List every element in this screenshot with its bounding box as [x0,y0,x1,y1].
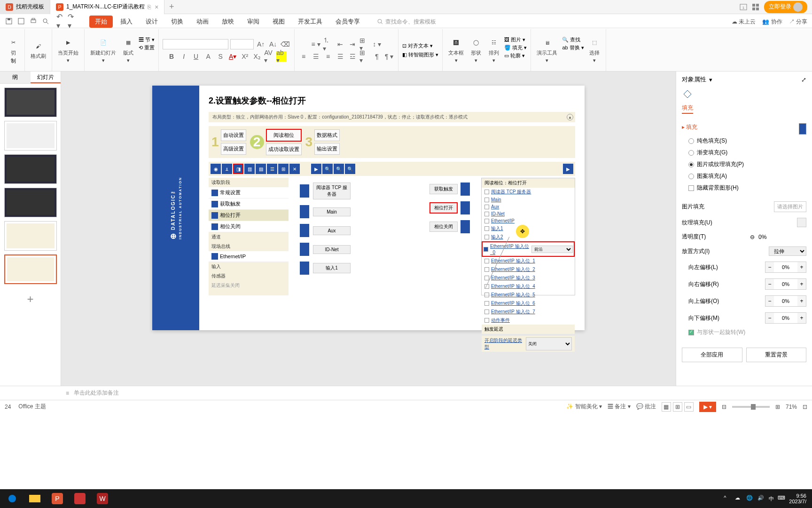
highlight-button[interactable]: ab ▾ [276,51,287,62]
view-reading-button[interactable]: ▭ [684,402,694,412]
task-app1[interactable] [70,490,90,507]
slide-thumb-5[interactable] [4,221,57,251]
zoom-value[interactable]: 71% [786,404,797,410]
align-text-button[interactable]: ⊡ 对齐文本 ▾ [402,42,438,49]
inc-button[interactable]: + [797,313,806,323]
ltr-button[interactable]: ¶ [372,51,382,62]
zoom-out-button[interactable]: ⊟ [722,404,726,410]
keyboard-icon[interactable]: ⌨ [778,495,785,502]
mid-item-input1[interactable]: 输入1 [300,262,351,275]
slide-thumb-6[interactable] [4,254,57,284]
ib-icon-5[interactable]: ▤ [256,164,266,174]
mid-right-trigger[interactable]: 获取触发 [429,183,470,196]
slider-dec[interactable]: ⊖ [750,234,755,240]
rp-item-eip6[interactable]: Ethernet/IP 输入位_6 [482,299,575,308]
radio-solid[interactable]: 纯色填充(S) [682,135,806,147]
rp-item-eip4[interactable]: Ethernet/IP 输入位_4 [482,282,575,291]
cut-button[interactable]: ✂切 [6,36,21,57]
step-success-btn[interactable]: 成功读取设置 [266,143,302,155]
columns-button[interactable]: ⊞ ▾ [359,51,370,62]
rp-item-tcp[interactable]: 阅读器 TCP 服务器 [482,188,575,196]
add-slide-button[interactable]: + [0,288,61,310]
rp-item-eip5[interactable]: Ethernet/IP 输入位_5 [482,291,575,299]
checkbox[interactable] [484,190,489,194]
grid-icon[interactable] [752,3,759,11]
rp-item-eip7[interactable]: Ethernet/IP 输入位_7 [482,308,575,316]
mid-item-main[interactable]: Main [300,205,351,218]
ib-icon-7[interactable]: ⊞ [278,164,289,174]
fill-button[interactable]: 🪣 填充 ▾ [504,44,527,51]
copy-button[interactable]: 制 [11,57,16,64]
task-explorer[interactable] [24,490,45,507]
shadow-button[interactable]: S [215,51,226,62]
lp-item-eip[interactable]: Ethernet/IP [209,251,289,262]
check-rotate[interactable]: 与形状一起旋转(W) [682,326,806,338]
view-sorter-button[interactable]: ⊞ [673,402,682,412]
mid-item-tcp[interactable]: 阅读器 TCP 服务器 [300,183,351,199]
network-icon[interactable]: 🌐 [746,495,754,502]
print-icon[interactable] [29,17,38,25]
rp-item-aux[interactable]: Aux [482,203,575,210]
checkbox-checked[interactable] [484,247,488,252]
comments-button[interactable]: 💬 批注 [636,403,656,411]
rp-item-eip3[interactable]: Ethernet/IP 输入位_3 [482,274,575,282]
volume-icon[interactable]: 🔊 [757,495,765,502]
tab-animation[interactable]: 动画 [191,16,214,28]
close-icon[interactable]: × [155,3,158,11]
distribute-button[interactable]: ☲ [347,51,358,62]
scroll-up-icon[interactable]: ▲ [567,114,573,120]
radio-pattern[interactable]: 图案填充(A) [682,170,806,182]
tab-slides[interactable]: 幻灯片 [31,71,61,83]
checkbox[interactable] [484,205,489,209]
tab-insert[interactable]: 插入 [115,16,138,28]
rp-delay-type-link[interactable]: 开启阶段的延迟类型 [484,337,526,350]
mid-right-open[interactable]: 相位打开 [429,201,470,214]
ib-icon-2[interactable]: ⫫ [222,164,232,174]
ib-icon-6[interactable]: ☰ [267,164,277,174]
align-left-button[interactable]: ≡ [298,51,309,62]
align-right-button[interactable]: ≡ [323,51,333,62]
strike-button[interactable]: A [203,51,213,62]
share-button[interactable]: ↗ 分享 [789,18,807,26]
collab-button[interactable]: 👥 协作 [762,18,782,26]
rp-item-main[interactable]: Main [482,196,575,203]
canvas[interactable]: ⊕ DATALOGIC™INDUSTRIAL AUTOMATION 2.设置触发… [61,71,676,386]
smart-graphic-button[interactable]: ◧ 转智能图形 ▾ [402,51,438,58]
indent-inc-button[interactable]: ⇥ [347,39,358,49]
lp-item-phase-close[interactable]: 相位关闭 [209,221,289,232]
slide-thumb-2[interactable] [4,121,57,151]
font-select[interactable] [163,39,228,49]
task-wps[interactable]: P [47,490,68,507]
rtl-button[interactable]: ¶ ▾ [384,51,394,62]
step-read-phase-btn[interactable]: 阅读相位 [266,129,302,142]
tab-review[interactable]: 审阅 [242,16,265,28]
offset-down-spinner[interactable]: −0%+ [765,312,806,324]
save-icon[interactable] [5,17,13,25]
tab-vip[interactable]: 会员专享 [330,16,366,28]
select-button[interactable]: ⬚选择 ▾ [587,36,602,64]
shrink-font-icon[interactable]: A↓ [268,39,278,49]
lp-item-phase-open[interactable]: 相位打开 [209,210,289,221]
notes-button[interactable]: ☰ 备注 ▾ [608,403,631,411]
tab-design[interactable]: 设计 [140,16,164,28]
checkbox[interactable] [484,318,489,323]
char-space-button[interactable]: AV ▾ [264,51,274,62]
rp-item-eip[interactable]: Ethernet/IP [482,217,575,224]
checkbox[interactable] [484,293,489,297]
cloud-tray-icon[interactable]: ☁ [735,495,742,502]
present-button[interactable]: 🖥演示工具 ▾ [535,36,559,64]
radio-gradient[interactable]: 渐变填充(G) [682,147,806,159]
bold-button[interactable]: B [166,51,177,62]
ib-zoom-icon-2[interactable]: 🔍 [322,164,333,174]
replace-button[interactable]: ab 替换 ▾ [562,44,584,51]
apply-all-button[interactable]: 全部应用 [682,348,742,362]
inc-button[interactable]: + [797,262,806,272]
ib-play-icon[interactable]: ▶ [563,164,573,174]
undo-icon[interactable]: ↶ ▾ [56,17,65,25]
rp-item-eip1[interactable]: Ethernet/IP 输入位_1 [482,257,575,265]
dec-button[interactable]: − [765,262,774,272]
ib-icon-1[interactable]: ◉ [211,164,221,174]
texture-button[interactable] [797,218,806,227]
mid-right-close[interactable]: 相位关闭 [429,220,470,233]
pic-select-button[interactable]: 请选择图片 [774,201,806,212]
